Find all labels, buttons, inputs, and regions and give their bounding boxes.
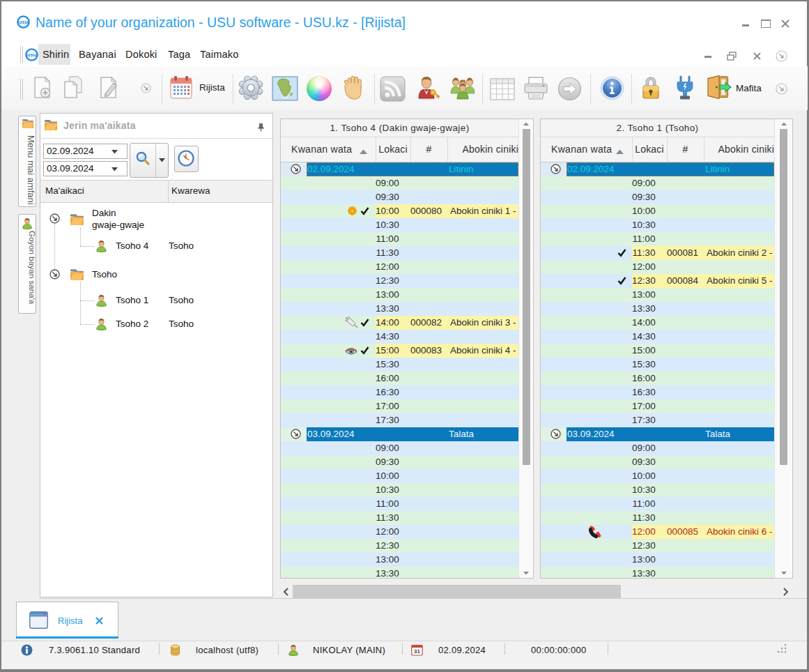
svg-text:usu: usu (27, 52, 36, 58)
svg-text:usu: usu (19, 19, 28, 25)
svg-text:31: 31 (414, 648, 420, 655)
